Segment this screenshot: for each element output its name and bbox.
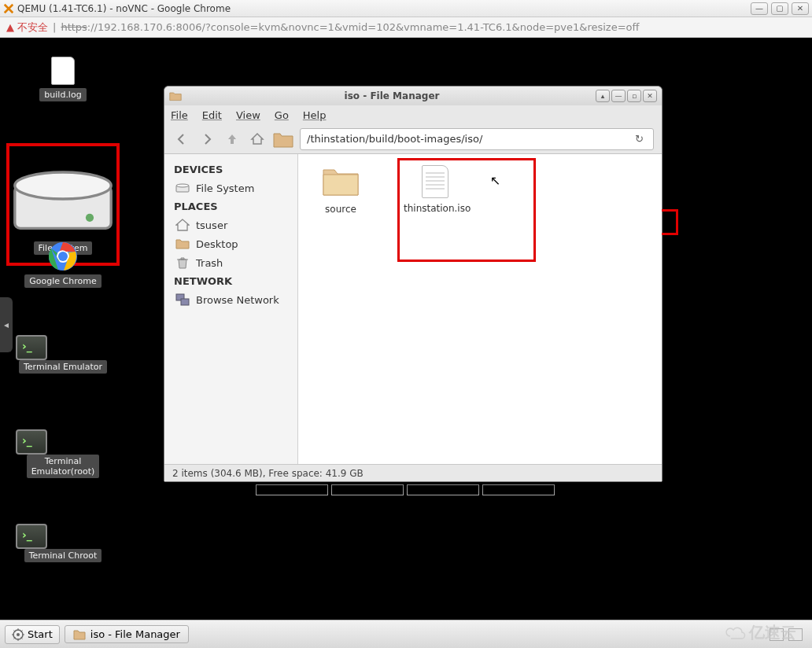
svg-point-1 — [15, 172, 111, 199]
terminal-icon — [16, 335, 47, 360]
nav-up-button[interactable] — [223, 130, 242, 149]
taskbar-item-filemanager[interactable]: iso - File Manager — [65, 625, 189, 643]
chrome-window-title: QEMU (1.41-TC6.1) - noVNC - Google Chrom… — [17, 3, 751, 14]
desktop-icon-chrome[interactable]: Google Chrome — [16, 241, 110, 288]
folder-icon — [322, 165, 360, 197]
fm-body: DEVICES File System PLACES tsuser Deskto… — [164, 154, 662, 464]
menu-go[interactable]: Go — [275, 109, 289, 121]
harddrive-icon — [175, 182, 190, 194]
svg-point-5 — [58, 252, 68, 261]
status-text: 2 items (304.6 MB), Free space: 41.9 GB — [172, 468, 364, 479]
nav-forward-button[interactable] — [197, 130, 216, 149]
folder-icon — [73, 629, 86, 640]
trash-icon — [175, 256, 190, 269]
file-item-label: thinstation.iso — [404, 203, 467, 214]
location-input[interactable]: /thinstation/build/boot-images/iso/ ↻ — [300, 128, 654, 150]
sidebar-header-places: PLACES — [164, 197, 297, 215]
document-icon — [422, 165, 448, 198]
desktop-icon-label: Google Chrome — [24, 274, 101, 288]
fm-sidebar: DEVICES File System PLACES tsuser Deskto… — [164, 154, 298, 464]
fm-close-button[interactable]: ✕ — [643, 90, 657, 102]
terminal-icon — [16, 524, 47, 549]
sidebar-item-filesystem[interactable]: File System — [164, 179, 297, 197]
start-label: Start — [28, 628, 53, 640]
file-item-thinstation-iso[interactable]: thinstation.iso — [404, 165, 467, 214]
document-icon — [51, 57, 75, 85]
folder-icon — [169, 90, 182, 101]
file-item-label: source — [309, 204, 372, 215]
harddrive-icon — [9, 159, 116, 239]
fm-minimize-button[interactable]: — — [611, 90, 626, 102]
chrome-close-button[interactable]: ✕ — [792, 2, 809, 15]
desktop-icon-terminal[interactable]: Terminal Emulator — [16, 335, 110, 374]
fm-up-button[interactable]: ▴ — [596, 90, 610, 102]
menu-view[interactable]: View — [236, 109, 260, 121]
desktop-icon-label: Terminal Emulator — [19, 360, 107, 374]
warning-icon: ▲ — [6, 21, 14, 33]
watermark: 亿速云 — [724, 622, 796, 643]
desktop-icon-label: build.log — [39, 88, 86, 101]
desktop-icon-label: Terminal Emulator(root) — [27, 455, 100, 478]
location-path: /thinstation/build/boot-images/iso/ — [307, 133, 482, 145]
nav-back-button[interactable] — [172, 130, 191, 149]
nav-home-button[interactable] — [248, 130, 267, 149]
terminal-icon — [16, 429, 47, 455]
sidebar-header-devices: DEVICES — [164, 160, 297, 179]
desktop-icon-terminal-root[interactable]: Terminal Emulator(root) — [16, 429, 110, 478]
menu-file[interactable]: File — [171, 109, 188, 121]
gear-icon — [12, 628, 24, 641]
taskbar: Start iso - File Manager — [0, 620, 812, 648]
menu-edit[interactable]: Edit — [202, 109, 222, 121]
folder-icon — [273, 131, 293, 148]
folder-icon — [175, 237, 190, 250]
fm-content-pane[interactable]: source thinstation.iso ↖ — [298, 154, 662, 464]
chrome-maximize-button[interactable]: ▢ — [771, 2, 788, 15]
cursor-icon: ↖ — [490, 173, 500, 188]
chrome-icon — [47, 241, 79, 272]
sidebar-item-trash[interactable]: Trash — [164, 253, 297, 272]
chrome-titlebar: QEMU (1.41-TC6.1) - noVNC - Google Chrom… — [0, 0, 812, 17]
chrome-window-controls: — ▢ ✕ — [751, 2, 809, 15]
file-item-source[interactable]: source — [309, 165, 372, 215]
fm-menubar: File Edit View Go Help — [164, 105, 662, 124]
taskbar-item-label: iso - File Manager — [90, 628, 180, 640]
url-display[interactable]: https://192.168.170.6:8006/?console=kvm&… — [61, 21, 639, 33]
fm-maximize-button[interactable]: ▫ — [627, 90, 641, 102]
unsafe-label: 不安全 — [17, 20, 48, 35]
chrome-minimize-button[interactable]: — — [751, 2, 768, 15]
sidebar-header-network: NETWORK — [164, 272, 297, 290]
fm-titlebar[interactable]: iso - File Manager ▴ — ▫ ✕ — [164, 87, 662, 105]
chrome-addressbar: ▲ 不安全 | https://192.168.170.6:8006/?cons… — [0, 17, 812, 38]
vnc-panel-tab[interactable]: ◂ — [0, 297, 13, 352]
fm-statusbar: 2 items (304.6 MB), Free space: 41.9 GB — [164, 464, 662, 481]
url-separator: | — [53, 21, 56, 33]
svg-rect-9 — [181, 299, 189, 305]
start-button[interactable]: Start — [5, 625, 60, 644]
desktop-icon-buildlog[interactable]: build.log — [16, 57, 110, 101]
refresh-icon[interactable]: ↻ — [635, 133, 644, 145]
svg-point-7 — [176, 184, 189, 187]
home-icon — [175, 219, 190, 231]
sidebar-item-network[interactable]: Browse Network — [164, 290, 297, 309]
sidebar-item-desktop[interactable]: Desktop — [164, 234, 297, 253]
fm-navbar: /thinstation/build/boot-images/iso/ ↻ — [164, 124, 662, 154]
fm-window-title: iso - File Manager — [188, 90, 596, 101]
desktop-icon-label: Terminal Chroot — [24, 549, 102, 562]
sidebar-item-tsuser[interactable]: tsuser — [164, 215, 297, 234]
svg-point-11 — [17, 633, 20, 636]
file-manager-window: iso - File Manager ▴ — ▫ ✕ File Edit Vie… — [164, 86, 663, 482]
svg-point-2 — [86, 214, 94, 222]
novnc-icon — [3, 3, 14, 14]
network-icon — [175, 293, 190, 306]
menu-help[interactable]: Help — [303, 109, 327, 121]
desktop-icon-terminal-chroot[interactable]: Terminal Chroot — [16, 524, 110, 562]
